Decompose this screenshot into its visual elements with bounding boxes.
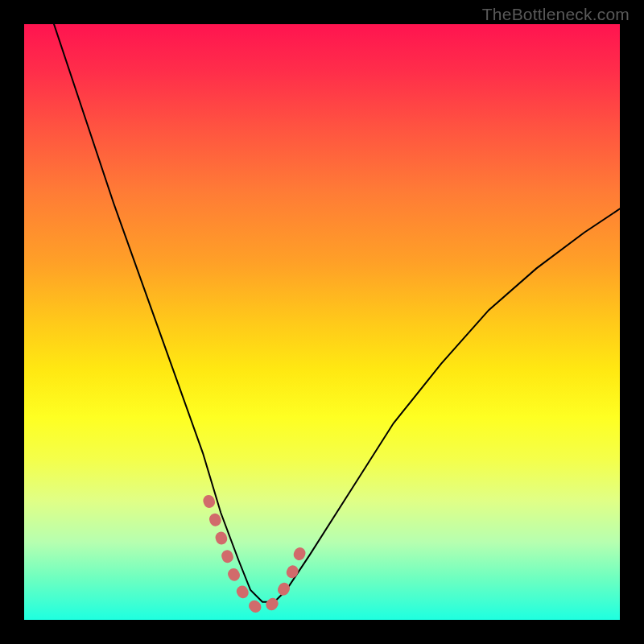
watermark-text: TheBottleneck.com [482, 5, 630, 24]
bottleneck-curve [54, 24, 620, 602]
chart-plot-area [24, 24, 620, 620]
chart-svg [24, 24, 620, 620]
